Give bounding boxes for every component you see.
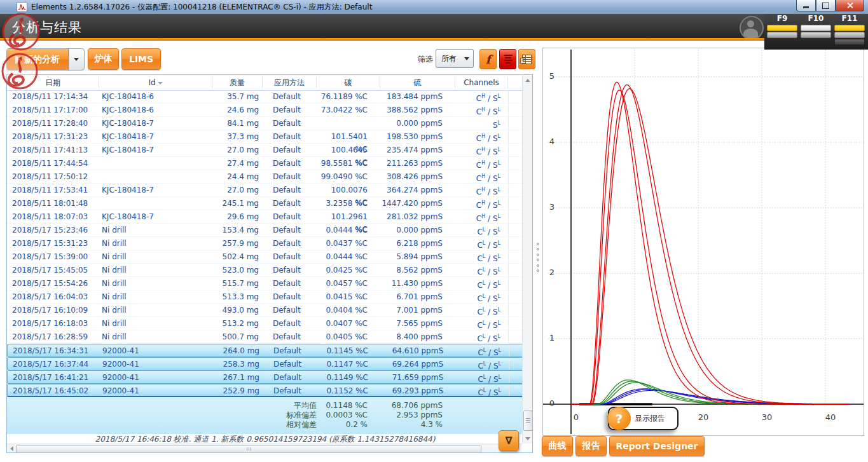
curve-button[interactable]: 曲线 xyxy=(542,436,573,456)
lims-button[interactable]: LIMS xyxy=(121,48,161,70)
cell-carbon: 0.0457 %C xyxy=(317,277,380,290)
cell-mass: 37.3 mg xyxy=(212,130,263,143)
cell-mass: 258.3 mg xyxy=(213,358,263,370)
cell-channels: CL / SL xyxy=(455,290,508,303)
table-row[interactable]: 2018/5/17 16:28:59Ni drill500.7 mgDefaul… xyxy=(7,330,523,344)
cell-date: 2018/5/17 16:45:02 xyxy=(8,384,100,396)
fkey-f9[interactable]: F9 xyxy=(766,14,798,50)
cell-id: 92000-41 xyxy=(100,384,213,396)
vertical-scrollbar[interactable] xyxy=(522,76,532,444)
table-row[interactable]: 2018/5/17 15:31:23Ni drill257.9 mgDefaul… xyxy=(7,237,523,250)
filter-dropdown[interactable]: 所有 xyxy=(436,49,474,68)
table-icon: + xyxy=(522,55,532,64)
function-formula-button[interactable]: f xyxy=(479,49,497,69)
table-row[interactable]: 2018/5/11 17:44:5427.4 mgDefault98.5581 … xyxy=(7,157,523,170)
column-header-3[interactable]: 应用方法 xyxy=(263,77,317,88)
cell-extra xyxy=(508,90,522,103)
table-row[interactable]: 2018/5/17 15:45:05Ni drill523.0 mgDefaul… xyxy=(7,264,523,277)
cell-method: Default xyxy=(263,358,317,370)
show-report-tooltip-button[interactable]: ? 显示报告 xyxy=(608,407,679,430)
table-row[interactable]: 2018/5/17 16:10:09Ni drill493.0 mgDefaul… xyxy=(7,304,523,317)
cell-id: Ni drill xyxy=(99,237,212,250)
filter-corner-button[interactable]: ∇ xyxy=(499,430,519,451)
scroll-down-arrow[interactable] xyxy=(524,435,531,442)
cell-date: 2018/5/11 17:14:34 xyxy=(7,90,99,103)
new-analysis-split-button[interactable]: 新的分析 xyxy=(6,48,85,71)
cell-sulfur: 0.000 ppmS xyxy=(380,224,455,236)
scroll-left-arrow[interactable] xyxy=(8,445,15,452)
cell-extra xyxy=(508,130,522,143)
cell-sulfur: 6.701 ppmS xyxy=(380,290,455,303)
statistics-summary: 平均值0.1148 %C68.706 ppmS标准偏差0.0003 %C2.95… xyxy=(7,397,523,434)
table-row[interactable]: 2018/5/11 17:53:41KJC-180418-727.0 mgDef… xyxy=(7,184,523,197)
table-row[interactable]: 2018/5/17 15:54:26Ni drill515.7 mgDefaul… xyxy=(7,277,523,290)
cell-id: KJC-180418-6 xyxy=(99,90,212,103)
table-row[interactable]: 2018/5/11 17:50:1224.4 mgDefault99.0490 … xyxy=(7,170,523,184)
fkey-label: F10 xyxy=(800,14,832,24)
furnace-button[interactable]: 炉体 xyxy=(88,48,119,70)
cell-date: 2018/5/17 16:28:59 xyxy=(7,330,99,343)
cell-extra xyxy=(509,344,523,357)
svg-text:1: 1 xyxy=(549,333,555,343)
user-avatar-icon[interactable] xyxy=(740,16,764,40)
cell-method: Default xyxy=(263,210,317,223)
cell-mass: 27.0 mg xyxy=(212,184,263,196)
title-bar: Elements 1.2.6584.17026 - 仪器配置: 10004121… xyxy=(0,0,868,15)
column-header-6[interactable]: Channels xyxy=(455,77,508,88)
report-button[interactable]: 报告 xyxy=(575,436,607,456)
maximize-icon xyxy=(822,3,829,9)
column-header-0[interactable]: 日期 xyxy=(7,77,99,88)
cell-extra xyxy=(508,197,522,210)
column-header-5[interactable]: 硫 xyxy=(380,77,455,88)
fkey-f11[interactable]: F11 xyxy=(834,14,865,50)
table-row[interactable]: 2018/5/11 18:01:48245.1 mgDefault3.2358 … xyxy=(7,197,523,210)
table-row[interactable]: 2018/5/11 17:28:40KJC-180418-784.1 mgDef… xyxy=(7,117,523,130)
panel-splitter-handle[interactable] xyxy=(535,243,541,272)
cell-id: KJC-180418-7 xyxy=(99,184,212,196)
table-row[interactable]: 2018/5/17 15:23:46Ni drill153.4 mgDefaul… xyxy=(7,224,523,237)
column-header-4[interactable]: 碳 xyxy=(317,77,380,88)
page-header: 分析与结果 xyxy=(0,14,868,38)
cell-channels: CH / SL xyxy=(455,157,508,170)
cell-carbon xyxy=(317,117,380,130)
table-row[interactable]: 2018/5/17 16:37:4492000-41258.3 mgDefaul… xyxy=(7,357,523,370)
cell-date: 2018/5/11 18:01:48 xyxy=(7,197,99,210)
table-row[interactable]: 2018/5/11 17:14:34KJC-180418-635.7 mgDef… xyxy=(7,90,523,104)
report-designer-button[interactable]: Report Designer xyxy=(609,436,705,456)
cell-extra xyxy=(509,358,523,370)
fkey-f10[interactable]: F10 xyxy=(800,14,832,50)
close-button[interactable] xyxy=(836,0,864,11)
lines-icon xyxy=(504,55,513,56)
table-view-button[interactable]: + xyxy=(518,49,535,69)
horizontal-scrollbar[interactable] xyxy=(7,444,522,452)
maximize-button[interactable] xyxy=(816,0,836,11)
cell-sulfur: 1447.420 ppmS xyxy=(380,197,455,210)
table-row[interactable]: 2018/5/11 18:07:03KJC-180418-729.6 mgDef… xyxy=(7,210,523,224)
new-analysis-dropdown-arrow[interactable] xyxy=(69,49,84,70)
table-row[interactable]: 2018/5/17 15:39:00Ni drill502.4 mgDefaul… xyxy=(7,250,523,264)
table-row[interactable]: 2018/5/17 16:45:0292000-41252.9 mgDefaul… xyxy=(7,384,523,397)
table-row[interactable]: 2018/5/17 16:04:03Ni drill513.3 mgDefaul… xyxy=(7,290,523,304)
cell-method: Default xyxy=(263,317,317,330)
column-header-1[interactable]: Id xyxy=(99,77,212,88)
table-row[interactable]: 2018/5/17 16:34:3192000-41264.0 mgDefaul… xyxy=(7,344,523,357)
cell-mass: 257.9 mg xyxy=(212,237,263,250)
scroll-up-arrow[interactable] xyxy=(524,77,531,84)
vertical-scroll-thumb[interactable] xyxy=(523,411,533,431)
table-row[interactable]: 2018/5/11 17:41:13KJC-180418-727.0 mgDef… xyxy=(7,144,523,157)
table-row[interactable]: 2018/5/17 16:18:03Ni drill513.2 mgDefaul… xyxy=(7,317,523,330)
table-row[interactable]: 2018/5/11 17:31:23KJC-180418-737.3 mgDef… xyxy=(7,130,523,144)
table-row[interactable]: 2018/5/11 17:17:00KJC-180418-624.6 mgDef… xyxy=(7,104,523,117)
list-view-button[interactable] xyxy=(499,49,516,69)
new-analysis-button[interactable]: 新的分析 xyxy=(7,49,69,70)
cell-extra xyxy=(508,117,522,130)
column-header-2[interactable]: 质量 xyxy=(212,77,263,88)
cell-carbon: 0.0444 %C xyxy=(317,250,380,263)
cell-sulfur: 364.274 ppmS xyxy=(380,184,455,196)
cell-method: Default xyxy=(263,90,317,103)
cell-id: KJC-180418-6 xyxy=(99,104,212,116)
table-row[interactable]: 2018/5/17 16:41:2192000-41267.1 mgDefaul… xyxy=(7,370,523,384)
horizontal-scroll-thumb[interactable] xyxy=(16,445,481,453)
minimize-button[interactable] xyxy=(796,0,816,11)
chevron-down-icon xyxy=(74,58,79,61)
